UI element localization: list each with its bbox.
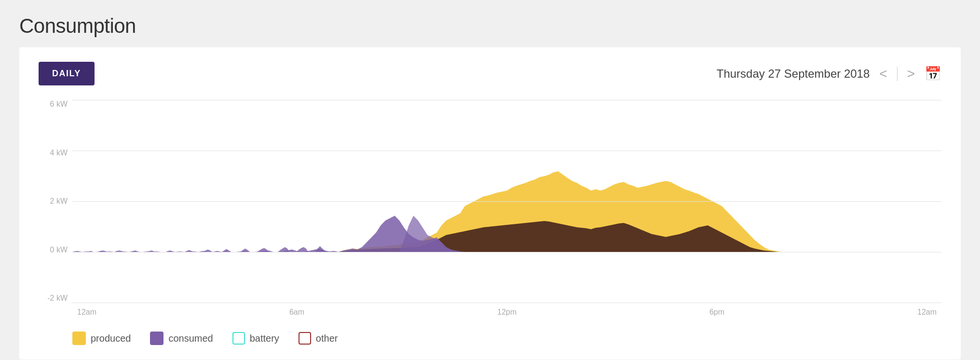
chart-legend: produced consumed battery other bbox=[39, 332, 941, 345]
date-display: Thursday 27 September 2018 bbox=[717, 67, 870, 81]
x-label-6am: 6am bbox=[283, 308, 312, 317]
x-label-6pm: 6pm bbox=[703, 308, 732, 317]
x-label-12am-start: 12am bbox=[72, 308, 101, 317]
x-axis: 12am 6am 12pm 6pm 12am bbox=[72, 303, 941, 322]
y-axis: 6 kW 4 kW 2 kW 0 kW -2 kW bbox=[39, 100, 72, 303]
legend-item-consumed: consumed bbox=[150, 332, 213, 345]
prev-button[interactable]: < bbox=[877, 67, 889, 81]
legend-label-consumed: consumed bbox=[168, 333, 213, 344]
page-title: Consumption bbox=[19, 14, 961, 38]
y-label-0kw: 0 kW bbox=[39, 246, 72, 254]
legend-label-produced: produced bbox=[91, 333, 131, 344]
header-row: DAILY Thursday 27 September 2018 < > 📅 bbox=[39, 62, 941, 85]
calendar-icon[interactable]: 📅 bbox=[925, 66, 941, 82]
x-label-12pm: 12pm bbox=[492, 308, 521, 317]
date-navigation: Thursday 27 September 2018 < > 📅 bbox=[717, 66, 941, 82]
legend-label-battery: battery bbox=[250, 333, 279, 344]
page-container: Consumption DAILY Thursday 27 September … bbox=[0, 0, 980, 360]
x-label-12am-end: 12am bbox=[912, 308, 941, 317]
main-card: DAILY Thursday 27 September 2018 < > 📅 6… bbox=[19, 47, 961, 360]
legend-label-other: other bbox=[316, 333, 338, 344]
legend-item-produced: produced bbox=[72, 332, 131, 345]
y-label-6kw: 6 kW bbox=[39, 100, 72, 109]
legend-swatch-other bbox=[299, 332, 311, 345]
legend-item-battery: battery bbox=[232, 332, 279, 345]
grid-line-6kw bbox=[72, 100, 941, 100]
grid-line-4kw bbox=[72, 151, 941, 151]
chart-area: 6 kW 4 kW 2 kW 0 kW -2 kW bbox=[39, 100, 941, 322]
legend-item-other: other bbox=[299, 332, 338, 345]
nav-divider bbox=[897, 67, 898, 81]
next-button[interactable]: > bbox=[905, 67, 917, 81]
consumed-early bbox=[72, 246, 327, 252]
grid-line-2kw bbox=[72, 201, 941, 202]
y-label-neg2kw: -2 kW bbox=[39, 294, 72, 303]
grid-line-0kw bbox=[72, 252, 941, 252]
y-label-4kw: 4 kW bbox=[39, 149, 72, 157]
legend-swatch-produced bbox=[72, 332, 86, 345]
legend-swatch-battery bbox=[232, 332, 245, 345]
legend-swatch-consumed bbox=[150, 332, 163, 345]
daily-button[interactable]: DAILY bbox=[39, 62, 95, 85]
chart-plot-area bbox=[72, 100, 941, 303]
y-label-2kw: 2 kW bbox=[39, 197, 72, 206]
